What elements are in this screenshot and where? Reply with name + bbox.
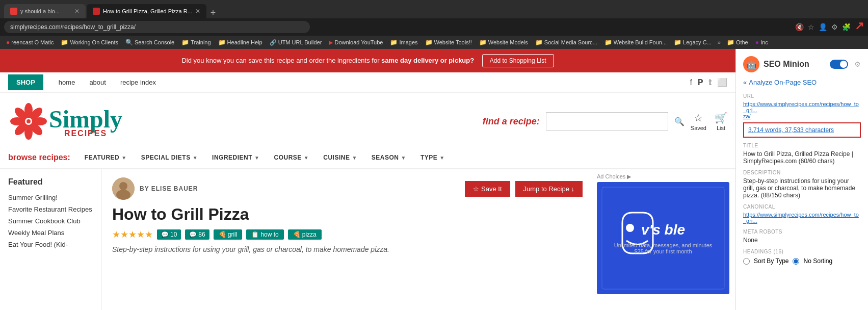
search-input[interactable] [546, 112, 668, 131]
bookmark-website-models[interactable]: 📁 Website Models [476, 38, 531, 47]
new-tab-button[interactable]: + [207, 8, 219, 18]
tab-1-close[interactable]: ✕ [74, 8, 80, 15]
sidebar-item-weekly-meal[interactable]: Weekly Meal Plans [8, 227, 93, 239]
type-dropdown[interactable]: TYPE ▼ [414, 151, 451, 164]
seo-no-sorting-radio[interactable] [793, 258, 799, 265]
bookmark-inc[interactable]: ● Inc [752, 38, 771, 47]
tab-2-close[interactable]: ✕ [195, 8, 200, 15]
profile-icon[interactable]: 👤 [819, 23, 827, 31]
bookmark-images-icon: 📁 [390, 39, 398, 46]
instagram-icon[interactable]: ⬜ [717, 77, 727, 87]
sidebar-item-summer-cookbook[interactable]: Summer Cookbook Club [8, 215, 93, 227]
bookmark-inc-icon: ● [755, 39, 759, 46]
address-text: simplyrecipes.com/recipes/how_to_grill_p… [10, 23, 136, 31]
tag-howto[interactable]: 📋 how to [246, 229, 283, 240]
list-button[interactable]: 🛒 List [715, 112, 727, 131]
course-dropdown[interactable]: COURSE ▼ [268, 151, 315, 164]
seo-url-suffix[interactable]: za/ [743, 113, 861, 119]
seo-settings-icon[interactable]: ⚙ [854, 60, 861, 68]
ad-tagline: v's ble [614, 222, 713, 238]
tag-pizza-icon: 🍕 [293, 231, 301, 238]
seo-sort-by-type-radio[interactable] [743, 258, 750, 265]
tab-1[interactable]: y should a blo... ✕ [4, 4, 86, 18]
bookmark-website-tools-icon: 📁 [425, 39, 433, 46]
extensions-icon[interactable]: 🧩 [842, 23, 851, 31]
bookmark-website-tools[interactable]: 📁 Website Tools!! [422, 38, 475, 47]
bookmark-youtube[interactable]: ▶ Download YouTube [326, 38, 386, 47]
search-button[interactable]: 🔍 [674, 117, 685, 126]
seo-word-count-box[interactable]: 3,714 words, 37,533 characters [743, 122, 861, 138]
ingredient-dropdown[interactable]: INGREDIENT ▼ [206, 151, 266, 164]
ad-choices-text: Ad Choices [597, 173, 625, 179]
special-diets-label: SPECIAL DIETS [141, 154, 191, 161]
seo-url-value[interactable]: https://www.simplyrecipes.com/recipes/ho… [743, 101, 861, 113]
bookmark-social-media[interactable]: 📁 Social Media Sourc... [532, 38, 600, 47]
bookmark-images[interactable]: 📁 Images [387, 38, 420, 47]
seo-toggle[interactable] [830, 60, 848, 69]
comment-badge[interactable]: 💬 86 [185, 229, 209, 240]
seo-title-label: Title [743, 143, 861, 148]
add-to-shopping-list-button[interactable]: Add to Shopping List [482, 54, 554, 67]
nav-recipe-index[interactable]: recipe index [113, 79, 163, 86]
bookmark-othe[interactable]: 📁 Othe [724, 38, 751, 47]
ad-banner[interactable]: v's ble Unlimited data, messages, and mi… [597, 182, 729, 294]
bookmark-legacy[interactable]: 📁 Legacy C... [671, 38, 715, 47]
bookmark-youtube-icon: ▶ [329, 39, 333, 46]
tag-grill-icon: 🍕 [219, 231, 226, 238]
bookmark-othe-icon: 📁 [727, 39, 734, 46]
seo-panel-header: 🤖 SEO Minion ⚙ [743, 56, 861, 72]
bookmark-search-console[interactable]: 🔍 Search Console [122, 38, 177, 47]
bookmark-utm[interactable]: 🔗 UTM URL Builder [267, 38, 325, 47]
rating-badge[interactable]: 💬 10 [157, 229, 181, 240]
tab-2[interactable]: How to Grill Pizza, Grilled Pizza R... ✕ [87, 4, 206, 18]
season-dropdown[interactable]: SEASON ▼ [365, 151, 412, 164]
bookmark-screencast[interactable]: ● reencast O Matic [3, 38, 57, 47]
settings-icon[interactable]: ⚙ [831, 23, 838, 31]
ingredient-label: INGREDIENT [212, 154, 252, 161]
bookmark-working-icon: 📁 [61, 39, 68, 46]
mute-icon[interactable]: 🔇 [795, 23, 804, 31]
twitter-icon[interactable]: 𝕥 [708, 77, 712, 87]
seo-canonical-value[interactable]: https://www.simplyrecipes.com/recipes/ho… [743, 212, 861, 224]
seo-title-value: How to Grill Pizza, Grilled Pizza Recipe… [743, 150, 861, 165]
seo-back-button[interactable]: « Analyze On-Page SEO [743, 79, 861, 86]
tag-howto-label: how to [260, 231, 278, 238]
tag-grill[interactable]: 🍕 grill [214, 229, 243, 240]
featured-dropdown[interactable]: FEATURED ▼ [78, 151, 133, 164]
tag-pizza[interactable]: 🍕 pizza [288, 229, 322, 240]
seo-meta-robots-label: Meta Robots [743, 229, 861, 235]
seo-no-sorting-label: No Sorting [803, 257, 832, 265]
save-it-button[interactable]: ☆ Save It [465, 181, 510, 197]
nav-home[interactable]: home [51, 79, 83, 86]
sidebar-item-summer-grilling[interactable]: Summer Grilling! [8, 192, 93, 203]
address-bar[interactable]: simplyrecipes.com/recipes/how_to_grill_p… [4, 21, 310, 33]
seo-back-chevron-icon: « [743, 79, 747, 86]
bookmark-inc-label: Inc [760, 39, 768, 45]
ad-choices-label: Ad Choices ▶ [597, 173, 731, 180]
ingredient-arrow-icon: ▼ [254, 155, 259, 161]
browser-tab-bar: y should a blo... ✕ How to Grill Pizza, … [0, 0, 868, 18]
bookmark-training[interactable]: 📁 Training [178, 38, 214, 47]
bookmarks-overflow[interactable]: » [716, 39, 723, 45]
tag-howto-icon: 📋 [251, 231, 259, 238]
cuisine-dropdown[interactable]: CUISINE ▼ [317, 151, 363, 164]
facebook-icon[interactable]: f [690, 78, 692, 87]
nav-about[interactable]: about [82, 79, 113, 86]
tab-list: y should a blo... ✕ How to Grill Pizza, … [4, 0, 219, 18]
sidebar-item-eat-food[interactable]: Eat Your Food! (Kid- [8, 239, 93, 250]
bookmark-working[interactable]: 📁 Working On Clients [58, 38, 121, 47]
tag-grill-label: grill [228, 231, 238, 238]
bookmark-social-media-icon: 📁 [535, 39, 543, 46]
course-arrow-icon: ▼ [304, 155, 309, 161]
jump-to-recipe-button[interactable]: Jump to Recipe ↓ [515, 181, 583, 197]
sidebar-item-favorite-restaurant[interactable]: Favorite Restaurant Recipes [8, 203, 93, 215]
sidebar-heading: Featured [8, 177, 93, 187]
bookmark-headline[interactable]: 📁 Headline Help [215, 38, 266, 47]
pinterest-icon[interactable]: 𝗣 [697, 77, 703, 87]
saved-button[interactable]: ☆ Saved [691, 112, 706, 131]
bookmark-star-icon[interactable]: ☆ [808, 23, 814, 31]
shop-button[interactable]: SHOP [8, 74, 43, 90]
special-diets-dropdown[interactable]: SPECIAL DIETS ▼ [135, 151, 204, 164]
tab-2-favicon [93, 8, 100, 15]
bookmark-website-build[interactable]: 📁 Website Build Foun... [601, 38, 670, 47]
